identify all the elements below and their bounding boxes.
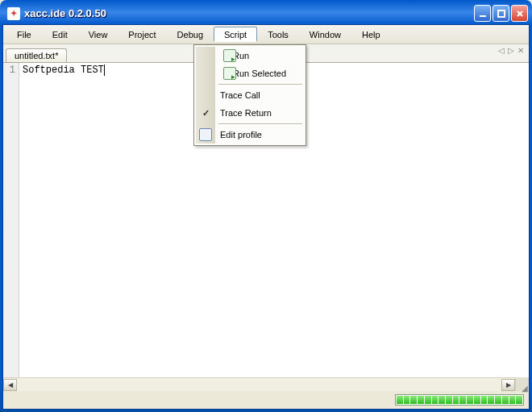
progress-segment [509,396,516,404]
menu-edit[interactable]: Edit [42,27,78,42]
progress-segment [425,396,431,404]
profile-icon [199,128,212,141]
progress-segment [432,396,438,404]
menu-item-trace-call[interactable]: Trace Call [196,86,304,104]
menu-view[interactable]: View [78,27,118,42]
app-icon: ✦ [7,7,20,20]
menu-item-trace-return[interactable]: Trace Return [196,104,304,122]
line-number: 1 [3,65,15,76]
tab-prev-icon[interactable]: ◁ [498,46,505,55]
menu-item-label: Trace Return [220,108,272,118]
menubar: File Edit View Project Debug Script Tool… [3,25,529,44]
menu-separator [218,123,302,124]
progress-segment [418,396,424,404]
window-controls [474,5,528,22]
menu-window[interactable]: Window [299,27,351,42]
menu-project[interactable]: Project [118,27,166,42]
scroll-right-icon[interactable]: ▶ [501,379,515,391]
menu-help[interactable]: Help [351,27,391,42]
maximize-button[interactable] [493,5,509,22]
tab-next-icon[interactable]: ▷ [508,46,514,55]
client-area: File Edit View Project Debug Script Tool… [2,24,530,410]
svg-rect-1 [498,10,505,17]
menu-item-label: Trace Call [220,90,260,100]
progress-segment [516,396,522,404]
menu-tools[interactable]: Tools [257,27,299,42]
progress-segment [467,396,473,404]
menu-item-run-selected[interactable]: Run Selected [196,65,304,82]
progress-segment [488,396,494,404]
progress-segment [474,396,480,404]
progress-segment [502,396,509,404]
window-title: xacc.ide 0.2.0.50 [24,7,474,19]
tab-close-icon[interactable]: ✕ [517,46,524,55]
menu-file[interactable]: File [6,27,42,42]
progress-segment [453,396,459,404]
progress-bar [395,394,524,406]
menu-separator [218,84,302,85]
close-icon [515,9,525,19]
menu-item-edit-profile[interactable]: Edit profile [196,126,304,144]
script-dropdown: Run Run Selected Trace Call Trace Return… [193,44,306,146]
statusbar [3,391,529,409]
resize-grip[interactable] [515,377,529,391]
menu-debug[interactable]: Debug [167,27,214,42]
svg-rect-0 [480,15,486,17]
tab-nav: ◁ ▷ ✕ [498,46,524,55]
run-icon [223,49,236,62]
document-tab[interactable]: untitled.txt* [6,48,67,62]
check-icon [199,106,212,119]
progress-segment [446,396,452,404]
run-selected-icon [223,67,236,80]
minimize-button[interactable] [474,5,491,22]
maximize-icon [497,9,506,19]
progress-segment [495,396,501,404]
horizontal-scrollbar[interactable]: ◀ ▶ [3,377,515,391]
line-gutter: 1 [3,63,19,377]
minimize-icon [478,9,488,19]
app-window: ✦ xacc.ide 0.2.0.50 File Edit View Proje… [0,0,532,412]
progress-segment [410,396,417,404]
menu-item-run[interactable]: Run [196,47,304,65]
editor-content: Softpedia TEST [23,65,105,76]
progress-segment [481,396,488,404]
progress-segment [459,396,466,404]
close-button[interactable] [511,5,528,22]
progress-segment [404,396,410,404]
progress-segment [438,396,445,404]
menu-item-label: Edit profile [220,130,262,139]
menu-script[interactable]: Script [214,27,257,42]
menu-item-label: Run Selected [233,69,286,78]
titlebar[interactable]: ✦ xacc.ide 0.2.0.50 [2,2,530,24]
scroll-left-icon[interactable]: ◀ [3,379,17,391]
progress-segment [397,396,403,404]
bottom-scroll-row: ◀ ▶ [3,377,529,391]
